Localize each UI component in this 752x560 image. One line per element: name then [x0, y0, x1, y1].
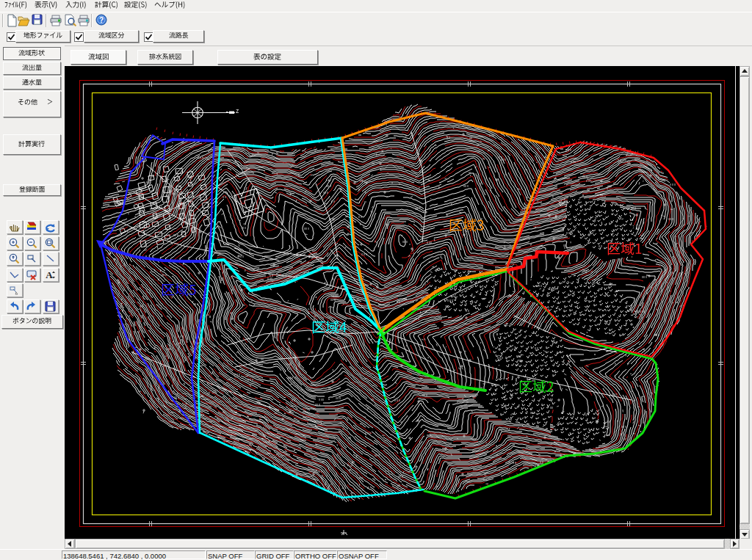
svg-text:?: ?	[99, 16, 104, 24]
svg-text:A: A	[46, 269, 53, 280]
